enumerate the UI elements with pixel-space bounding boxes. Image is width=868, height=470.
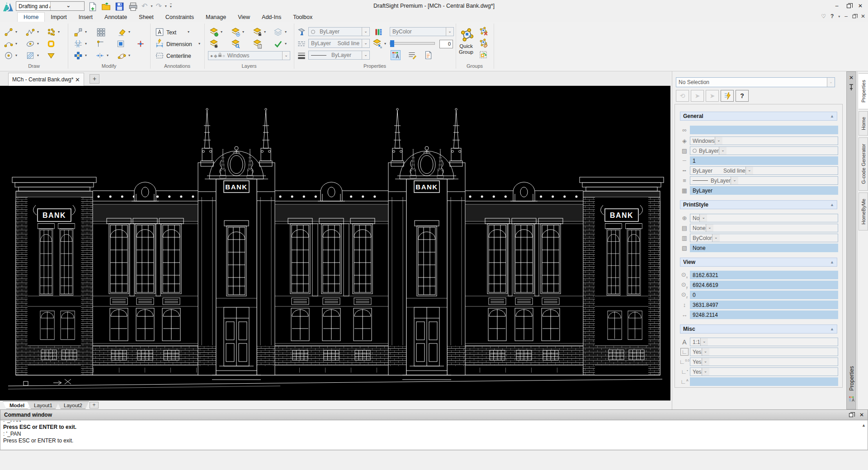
chevron-down-icon[interactable] bbox=[715, 137, 722, 145]
section-header-printstyle[interactable]: PrintStyle▲ bbox=[680, 200, 837, 209]
linestyle-field[interactable]: ByLayerSolid line bbox=[690, 166, 838, 175]
ucs-origin-field[interactable]: Yes bbox=[690, 357, 838, 366]
chevron-down-icon[interactable] bbox=[700, 338, 708, 346]
ucs-name-field[interactable] bbox=[690, 377, 838, 386]
printstyle-assigned-field[interactable]: None bbox=[690, 244, 838, 252]
new-file-button[interactable] bbox=[87, 1, 97, 11]
chevron-down-icon[interactable] bbox=[719, 147, 726, 155]
linestyle-dropdown[interactable]: ByLayerSolid line bbox=[308, 39, 370, 48]
tab-add-ins[interactable]: Add-Ins bbox=[256, 13, 287, 22]
pattern-tool-button[interactable] bbox=[96, 27, 106, 37]
doc-restore-button[interactable] bbox=[853, 14, 856, 18]
palette-pin-icon[interactable] bbox=[847, 83, 856, 92]
print-style-dropdown[interactable]: ByColor bbox=[390, 27, 454, 36]
side-tab-homebyme[interactable]: HomeByMe bbox=[859, 193, 868, 230]
transparency-value-field[interactable]: 0 bbox=[439, 40, 453, 48]
chevron-down-icon[interactable] bbox=[702, 348, 709, 356]
quick-group-label[interactable]: QuickGroup bbox=[454, 43, 478, 55]
trim-dropdown-icon[interactable]: ▾ bbox=[84, 42, 88, 46]
centerline-tool-icon[interactable] bbox=[155, 51, 165, 61]
annotation-visibility-button[interactable] bbox=[391, 50, 401, 60]
command-scroll-up-icon[interactable]: ▲ bbox=[862, 422, 866, 429]
sheet-tab-layout1[interactable]: Layout1 bbox=[27, 401, 59, 409]
chevron-down-icon[interactable] bbox=[362, 51, 369, 59]
annotation-list-button[interactable] bbox=[407, 50, 417, 60]
side-tab-gcode-generator[interactable]: G-code Generator bbox=[859, 137, 868, 191]
document-close-icon[interactable]: ✕ bbox=[75, 76, 80, 83]
hyperlink-field[interactable] bbox=[690, 126, 838, 134]
chevron-down-icon[interactable] bbox=[699, 214, 707, 222]
quick-group-button[interactable] bbox=[458, 27, 474, 42]
linescale-field[interactable]: 1 bbox=[690, 156, 838, 165]
center-x-field[interactable]: 8162.6321 bbox=[690, 271, 838, 279]
layer-apply-dropdown-icon[interactable]: ▾ bbox=[283, 42, 288, 46]
tab-insert[interactable]: Insert bbox=[73, 13, 99, 22]
document-tab[interactable]: MCh - Central Bank.dwg* ✕ bbox=[8, 73, 84, 86]
printstyle-field[interactable]: No bbox=[690, 214, 838, 222]
sheet-tab-layout2[interactable]: Layout2 bbox=[57, 401, 89, 409]
active-layer-dropdown[interactable]: ●◆○ Windows bbox=[208, 51, 290, 60]
circle-dropdown-icon[interactable]: ▾ bbox=[14, 53, 19, 57]
polyline-dropdown-icon[interactable]: ▾ bbox=[36, 30, 40, 34]
chevron-down-icon[interactable] bbox=[702, 368, 709, 376]
layer-state-dropdown-icon[interactable]: ▾ bbox=[219, 30, 224, 34]
undo-button[interactable]: ↶ bbox=[142, 2, 147, 10]
region-tool-button[interactable] bbox=[46, 51, 56, 61]
layer-all-button[interactable] bbox=[273, 27, 283, 37]
weld-dropdown-icon[interactable]: ▾ bbox=[127, 53, 132, 57]
point-dropdown-icon[interactable]: ▾ bbox=[57, 30, 61, 34]
text-tool-button[interactable]: Text bbox=[166, 29, 176, 36]
annotation-scale-field[interactable]: 1:1 bbox=[690, 338, 838, 346]
hatch-tool-button[interactable] bbox=[25, 51, 35, 61]
ungroup-button[interactable] bbox=[478, 26, 488, 36]
join-dropdown-icon[interactable]: ▾ bbox=[105, 53, 110, 57]
layer-list-button[interactable] bbox=[252, 39, 262, 49]
ucs-point-field[interactable]: Yes bbox=[690, 367, 838, 376]
section-header-general[interactable]: General▲ bbox=[680, 112, 837, 121]
offset-tool-button[interactable] bbox=[116, 39, 126, 49]
layer-add-button[interactable] bbox=[231, 27, 241, 37]
chevron-down-icon[interactable] bbox=[745, 167, 753, 174]
redo-dropdown-icon[interactable]: ▾ bbox=[165, 4, 167, 8]
chevron-down-icon[interactable] bbox=[446, 28, 453, 36]
command-window-header[interactable]: Command window ✕ bbox=[0, 409, 868, 420]
layer-state-button[interactable] bbox=[209, 27, 219, 37]
dimension-tool-button[interactable]: Dimension bbox=[166, 41, 192, 47]
center-y-field[interactable]: 6924.6619 bbox=[690, 281, 838, 289]
help-button[interactable]: ? bbox=[736, 90, 749, 102]
command-close-icon[interactable]: ✕ bbox=[859, 412, 864, 418]
layer-tools-dropdown-icon[interactable]: ▾ bbox=[383, 42, 387, 46]
palette-title-bar[interactable]: ✕ Properties bbox=[846, 71, 856, 409]
section-header-view[interactable]: View▲ bbox=[680, 258, 837, 267]
command-float-icon[interactable] bbox=[849, 413, 853, 417]
erase-tool-button[interactable] bbox=[117, 27, 127, 37]
layer-lock-button[interactable] bbox=[252, 27, 262, 37]
chevron-down-icon[interactable] bbox=[731, 177, 738, 184]
ucs-field[interactable]: Yes bbox=[690, 348, 838, 356]
linecolor-field[interactable]: ByLayer bbox=[690, 146, 838, 155]
ellipse-tool-button[interactable] bbox=[25, 39, 35, 49]
print-button[interactable] bbox=[127, 1, 138, 11]
section-header-misc[interactable]: Misc▲ bbox=[680, 324, 837, 334]
command-window-body[interactable]: : '_PAN Press ESC or ENTER to exit. : '_… bbox=[0, 420, 868, 450]
hatch-dropdown-icon[interactable]: ▾ bbox=[36, 53, 40, 57]
group-toggle-button[interactable] bbox=[478, 50, 488, 60]
width-field[interactable]: 9248.2114 bbox=[690, 310, 838, 319]
open-file-button[interactable] bbox=[100, 1, 111, 11]
dimension-tool-icon[interactable] bbox=[155, 39, 165, 49]
minimize-button[interactable]: – bbox=[831, 2, 843, 10]
tab-toolbox[interactable]: Toolbox bbox=[287, 13, 318, 22]
palette-close-icon[interactable]: ✕ bbox=[847, 72, 856, 81]
tab-home[interactable]: Home bbox=[17, 12, 45, 22]
center-z-field[interactable]: 0 bbox=[690, 291, 838, 299]
split-tool-button[interactable] bbox=[73, 51, 83, 61]
tab-annotate[interactable]: Annotate bbox=[99, 13, 133, 22]
edit-group-button[interactable] bbox=[478, 38, 488, 48]
layer-apply-button[interactable] bbox=[273, 39, 283, 49]
drawing-canvas[interactable]: BANK BANK BANK BANK bbox=[0, 86, 670, 400]
redo-button[interactable]: ↷ bbox=[156, 2, 161, 10]
favorites-heart-icon[interactable]: ♡ bbox=[821, 13, 826, 19]
join-tool-button[interactable] bbox=[95, 51, 105, 61]
doc-close-button[interactable]: ✕ bbox=[861, 13, 865, 19]
layer-lock-dropdown-icon[interactable]: ▾ bbox=[263, 30, 267, 34]
